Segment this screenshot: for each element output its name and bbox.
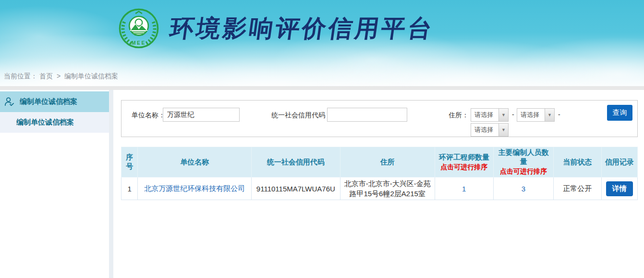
credit-code-label: 统一社会信用代码： xyxy=(271,111,332,120)
sidebar-item-credit-archive[interactable]: 编制单位诚信档案 xyxy=(0,91,109,112)
row-index: 1 xyxy=(122,177,138,200)
row-status: 正常公开 xyxy=(553,177,601,200)
svg-text:MEE: MEE xyxy=(132,40,146,46)
col-header-index: 序号 xyxy=(122,147,138,177)
header-divider xyxy=(0,86,644,90)
sidebar-item-label: 编制单位诚信档案 xyxy=(20,97,77,106)
sky-banner: MEE 环境影响评价信用平台 当前位置：首页 > 编制单位诚信档案 xyxy=(0,0,644,86)
result-table: 序号 单位名称 统一社会信用代码 住所 环评工程师数量 点击可进行排序 主要编制… xyxy=(121,147,638,200)
col-header-company: 单位名称 xyxy=(138,147,252,177)
breadcrumb-home-link[interactable]: 首页 xyxy=(39,72,53,80)
chevron-down-icon[interactable]: ▼ xyxy=(498,109,508,121)
breadcrumb-current: 编制单位诚信档案 xyxy=(64,72,118,80)
row-credit-code: 91110115MA7LWUA76U xyxy=(251,177,340,200)
col-header-engineer-count[interactable]: 环评工程师数量 点击可进行排序 xyxy=(435,147,494,177)
mee-logo-icon: MEE xyxy=(118,8,159,49)
main-content: 单位名称： 统一社会信用代码： 住所： 请选择 ▼ - 请选择 ▼ - 请选择 … xyxy=(113,90,644,278)
page-title: 环境影响评价信用平台 xyxy=(168,13,436,45)
col-header-address: 住所 xyxy=(340,147,435,177)
sort-hint: 点击可进行排序 xyxy=(496,167,551,176)
breadcrumb: 当前位置：首页 > 编制单位诚信档案 xyxy=(4,72,120,81)
city-select-value: 请选择 xyxy=(517,109,545,121)
company-name-input[interactable] xyxy=(163,108,240,122)
company-name-label: 单位名称： xyxy=(132,111,165,120)
city-select[interactable]: 请选择 ▼ xyxy=(517,108,555,122)
brand: MEE 环境影响评价信用平台 xyxy=(118,8,434,49)
sidebar-subitem-label: 编制单位诚信档案 xyxy=(16,118,74,127)
breadcrumb-prefix: 当前位置： xyxy=(4,72,37,80)
col-header-staff-count[interactable]: 主要编制人员数量 点击可进行排序 xyxy=(494,147,554,177)
province-select-value: 请选择 xyxy=(471,109,498,121)
chevron-down-icon[interactable]: ▼ xyxy=(545,109,554,121)
row-address: 北京市-北京市-大兴区-金苑路甲15号6幢2层A215室 xyxy=(340,177,435,200)
col-header-engineer-label: 环评工程师数量 xyxy=(439,153,489,161)
col-header-status: 当前状态 xyxy=(553,147,601,177)
credit-code-input[interactable] xyxy=(327,108,407,122)
sidebar: 编制单位诚信档案 编制单位诚信档案 xyxy=(0,90,109,278)
sidebar-subitem-credit-archive[interactable]: 编制单位诚信档案 xyxy=(0,112,109,133)
table-row: 1 北京万源世纪环保科技有限公司 91110115MA7LWUA76U 北京市-… xyxy=(122,177,638,200)
engineer-count-link[interactable]: 1 xyxy=(462,185,466,193)
district-select-value: 请选择 xyxy=(471,124,498,136)
sidebar-content-divider xyxy=(109,90,113,278)
search-panel: 单位名称： 统一社会信用代码： 住所： 请选择 ▼ - 请选择 ▼ - 请选择 … xyxy=(121,100,638,137)
company-name-link[interactable]: 北京万源世纪环保科技有限公司 xyxy=(144,184,245,192)
staff-count-link[interactable]: 3 xyxy=(522,185,525,193)
chevron-down-icon[interactable]: ▼ xyxy=(498,124,508,136)
breadcrumb-separator: > xyxy=(57,72,61,80)
province-select[interactable]: 请选择 ▼ xyxy=(471,108,509,122)
sort-hint: 点击可进行排序 xyxy=(437,163,492,172)
col-header-staff-label: 主要编制人员数量 xyxy=(498,148,548,165)
table-header-row: 序号 单位名称 统一社会信用代码 住所 环评工程师数量 点击可进行排序 主要编制… xyxy=(122,147,638,177)
col-header-credit-record: 信用记录 xyxy=(601,147,637,177)
address-label: 住所： xyxy=(449,111,469,120)
user-check-icon xyxy=(4,96,15,107)
address-dash-1: - xyxy=(512,111,514,118)
address-dash-2: - xyxy=(558,111,560,118)
district-select[interactable]: 请选择 ▼ xyxy=(471,123,509,137)
detail-button[interactable]: 详情 xyxy=(606,181,633,196)
col-header-code: 统一社会信用代码 xyxy=(251,147,340,177)
query-button[interactable]: 查询 xyxy=(607,105,632,121)
